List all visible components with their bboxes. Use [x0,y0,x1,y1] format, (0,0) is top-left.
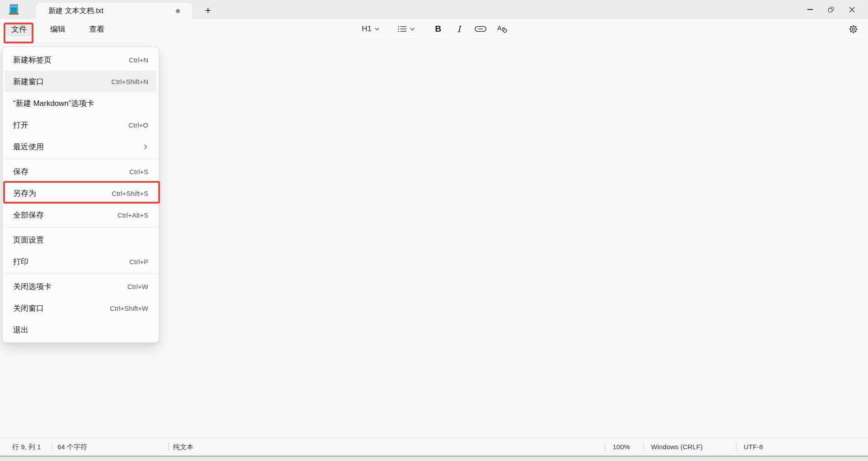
menu-item-shortcut: Ctrl+Shift+S [112,190,148,197]
file-menu-item-save[interactable]: 保存 Ctrl+S [5,161,156,182]
file-menu-item-new-markdown-tab[interactable]: “新建 Markdown”选项卡 [5,92,156,114]
file-menu-item-new-window[interactable]: 新建窗口 Ctrl+Shift+N [5,71,156,92]
restore-icon [828,7,834,13]
zoom-level[interactable]: 100% [613,438,630,456]
statusbar-separator [643,442,644,451]
menu-item-label: 全部保存 [13,210,44,220]
close-button[interactable] [841,0,862,19]
file-menu-item-open[interactable]: 打开 Ctrl+O [5,114,156,136]
menu-view[interactable]: 查看 [84,22,109,37]
status-bar: 行 9, 列 1 64 个字符 纯文本 100% Windows (CRLF) … [0,437,868,456]
unsaved-indicator-dot [176,9,180,13]
gear-icon [848,24,859,34]
menu-item-shortcut: Ctrl+P [129,258,148,266]
file-menu-item-exit[interactable]: 退出 [5,319,156,341]
minimize-button[interactable] [800,0,821,19]
chevron-down-icon [410,26,415,32]
tab-strip: 新建 文本文档.txt + [0,0,868,19]
line-ending[interactable]: Windows (CRLF) [651,438,703,456]
statusbar-separator [52,442,52,451]
link-icon [475,26,486,32]
menu-file[interactable]: 文件 [6,22,32,37]
menu-item-label: “新建 Markdown”选项卡 [13,98,94,109]
file-menu-item-print[interactable]: 打印 Ctrl+P [5,251,156,272]
submenu-chevron-right-icon [142,144,148,150]
svg-text:A: A [497,24,502,32]
menu-item-label: 关闭选项卡 [13,281,52,292]
toolbar-row: 文件 编辑 查看 H1 B [0,19,868,39]
insert-link-button[interactable] [471,21,490,37]
file-menu-item-save-all[interactable]: 全部保存 Ctrl+Alt+S [5,204,156,226]
file-menu-item-save-as[interactable]: 另存为 Ctrl+Shift+S [5,182,156,204]
menu-item-shortcut: Ctrl+N [129,56,148,64]
bold-button[interactable]: B [430,21,446,37]
menu-bar: 文件 编辑 查看 [6,19,109,39]
bold-icon: B [435,24,441,34]
restore-button[interactable] [821,0,841,19]
new-tab-button[interactable]: + [199,3,217,18]
caption-buttons [800,0,862,19]
chevron-down-icon [374,26,380,32]
menu-item-shortcut: Ctrl+O [128,121,148,129]
bullet-list-icon [398,25,407,33]
close-icon [849,7,855,13]
document-tab[interactable]: 新建 文本文档.txt [35,2,193,19]
document-type: 纯文本 [173,438,193,456]
encoding[interactable]: UTF-8 [744,438,763,456]
clear-formatting-button[interactable]: A b [493,21,513,37]
file-menu-item-close-tab[interactable]: 关闭选项卡 Ctrl+W [5,276,156,297]
menu-item-label: 保存 [13,166,28,177]
settings-button[interactable] [844,21,862,37]
statusbar-separator [168,442,169,451]
desktop-strip [0,457,868,461]
file-menu-item-page-setup[interactable]: 页面设置 [5,229,156,251]
menu-item-label: 页面设置 [13,235,44,245]
italic-icon: I [457,24,461,34]
file-menu-item-close-window[interactable]: 关闭窗口 Ctrl+Shift+W [5,297,156,319]
heading-style-label: H1 [362,24,372,33]
file-menu-popup: 新建标签页 Ctrl+N 新建窗口 Ctrl+Shift+N “新建 Markd… [2,47,159,343]
menu-divider [3,159,158,159]
notepad-app-icon [8,4,20,16]
list-style-dropdown[interactable] [392,21,421,37]
menu-item-label: 另存为 [13,188,36,199]
statusbar-separator [605,442,605,451]
italic-button[interactable]: I [451,21,467,37]
menu-item-label: 新建窗口 [13,76,44,87]
menu-item-label: 关闭窗口 [13,303,44,314]
menu-item-shortcut: Ctrl+S [129,168,148,176]
menu-item-label: 退出 [13,325,28,335]
menu-item-shortcut: Ctrl+Shift+N [111,78,148,86]
file-menu-item-new-tab[interactable]: 新建标签页 Ctrl+N [5,49,156,71]
tab-title: 新建 文本文档.txt [36,6,104,16]
heading-style-dropdown[interactable]: H1 [356,21,385,37]
menu-divider [3,274,158,274]
minimize-icon [807,9,813,10]
menu-item-label: 新建标签页 [13,55,52,65]
file-menu-item-recent[interactable]: 最近使用 [5,136,156,157]
menu-item-shortcut: Ctrl+Alt+S [118,211,148,219]
menu-item-label: 打开 [13,120,28,130]
menu-item-shortcut: Ctrl+W [127,283,148,290]
menu-divider [3,227,158,228]
menu-item-shortcut: Ctrl+Shift+W [110,304,148,312]
menu-item-label: 打印 [13,257,28,267]
character-count: 64 个字符 [57,438,87,456]
clear-formatting-icon: A b [497,24,509,34]
statusbar-separator [736,442,736,451]
cursor-position: 行 9, 列 1 [12,438,41,456]
menu-item-label: 最近使用 [13,142,44,152]
menu-edit[interactable]: 编辑 [45,22,71,37]
notepad-window: 新建 文本文档.txt + 文件 编辑 [0,0,868,456]
